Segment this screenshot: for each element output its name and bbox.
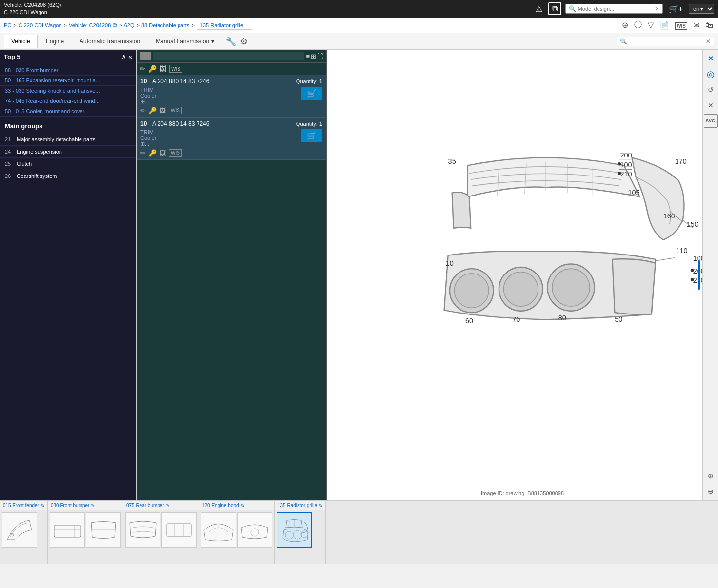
warning-icon[interactable]: ⚠ [534, 3, 544, 15]
thumb-img-075-1[interactable] [161, 512, 197, 548]
mail-btn[interactable]: ✉ [692, 20, 700, 31]
scroll-indicator [698, 260, 700, 290]
diagram-zoom-in-btn[interactable]: ⊕ [704, 469, 718, 483]
breadcrumb-wagon[interactable]: C 220 CDI Wagon [19, 22, 62, 28]
thumb-img-075-0[interactable] [125, 512, 160, 548]
part-key-1[interactable]: 🔑 [149, 149, 157, 157]
thumb-img-030-0[interactable] [50, 512, 85, 548]
group-item-26[interactable]: 26 Gearshift system [0, 170, 136, 182]
top5-item-1[interactable]: 50 - 165 Expansion reservoir, mount a... [0, 76, 136, 86]
part-wis-0[interactable]: WIS [169, 107, 182, 114]
top5-chevron-btn[interactable]: « [128, 53, 132, 60]
thumb-svg-030-1 [86, 513, 120, 547]
language-selector[interactable]: en ▾ de fr [689, 4, 714, 14]
cart-add-icon[interactable]: 🛒+ [667, 3, 685, 15]
group-item-25[interactable]: 25 Clutch [0, 158, 136, 170]
doc-btn[interactable]: 📄 [658, 20, 670, 31]
thumb-svg-030-0 [50, 513, 84, 547]
parts-pencil-btn[interactable]: ✏ [140, 65, 145, 73]
label-80: 80 [558, 314, 566, 322]
thumb-title-075[interactable]: 075 Rear bumper ✎ [123, 501, 199, 510]
breadcrumb-62q[interactable]: 62Q [124, 22, 135, 28]
clear-search-icon[interactable]: ✕ [655, 5, 659, 12]
tab-engine[interactable]: Engine [39, 35, 71, 48]
copy-vehicle-icon[interactable]: ⧉ [113, 22, 117, 29]
tab-search-input[interactable] [629, 39, 706, 44]
tab-vehicle[interactable]: Vehicle [4, 35, 38, 48]
part-item-0: 10 A 204 880 14 83 7246 Quantity: 1 TRIM… [137, 75, 326, 118]
label-200-top: 200 [620, 151, 632, 159]
part-wis-1[interactable]: WIS [169, 149, 182, 157]
thumb-images-135 [275, 510, 325, 564]
tab-manual[interactable]: Manual transmission ▾ [148, 35, 221, 48]
breadcrumb-radiator-dropdown[interactable]: 135 Radiator grille [197, 21, 252, 30]
tab-search-clear[interactable]: ✕ [706, 38, 711, 45]
top5-item-3[interactable]: 74 - 045 Rear-end door/rear-end wind... [0, 96, 136, 106]
thumb-img-015-0[interactable] [2, 512, 37, 548]
thumb-title-015[interactable]: 015 Front fender ✎ [0, 501, 47, 510]
copy-icon[interactable]: ⧉ [548, 2, 561, 15]
part-pencil-1[interactable]: ✏ [140, 149, 146, 157]
tab-automatic[interactable]: Automatic transmission [72, 35, 147, 48]
tab-tool-1[interactable]: 🔧 [225, 36, 236, 47]
group-item-21[interactable]: 21 Major assembly detachable parts [0, 134, 136, 146]
list-view-btn[interactable]: ≡ [306, 53, 310, 60]
thumb-title-120[interactable]: 120 Engine hood ✎ [199, 501, 274, 510]
model-search-input[interactable] [578, 6, 655, 12]
group-num-25: 25 [5, 161, 17, 167]
thumb-img-120-1[interactable] [237, 512, 272, 548]
diagram-refresh-btn[interactable]: ↺ [704, 83, 718, 97]
parts-title-input[interactable] [153, 52, 304, 60]
thumb-img-030-1[interactable] [86, 512, 121, 548]
group-item-24[interactable]: 24 Engine suspension [0, 146, 136, 158]
add-to-cart-0[interactable]: 🛒 [301, 87, 322, 100]
svg-line-10 [289, 521, 289, 527]
part-image-1[interactable]: 🖼 [160, 149, 166, 157]
info-btn[interactable]: ⓘ [633, 19, 643, 31]
shop-btn[interactable]: 🛍 [704, 20, 714, 31]
thumb-title-135[interactable]: 135 Radiator grille ✎ [275, 501, 325, 510]
filter-btn[interactable]: ▽ [647, 20, 655, 31]
zoom-in-btn[interactable]: ⊕ [621, 20, 629, 31]
top5-item-2[interactable]: 33 - 030 Steering knuckle and transve... [0, 86, 136, 96]
thumb-images-015 [0, 510, 47, 564]
diagram-zoom-out-btn[interactable]: ⊖ [704, 485, 718, 498]
svg-rect-6 [167, 524, 191, 536]
thumb-title-030[interactable]: 030 Front bumper ✎ [48, 501, 123, 510]
thumb-group-120: 120 Engine hood ✎ [199, 501, 275, 564]
dot-top1 [618, 162, 621, 165]
part-pencil-0[interactable]: ✏ [140, 107, 146, 114]
label-150: 150 [687, 220, 698, 228]
thumb-img-135-0[interactable] [277, 512, 312, 548]
part-image-0[interactable]: 🖼 [160, 107, 166, 114]
top5-controls: ∧ « [121, 53, 132, 60]
parts-wis-btn[interactable]: WIS [169, 65, 182, 73]
breadcrumb-sep5: > [191, 22, 194, 28]
top5-item-4[interactable]: 50 - 015 Cooler, mount and cover [0, 106, 136, 117]
part-key-0[interactable]: 🔑 [149, 107, 157, 114]
grid-view-btn[interactable]: ⊞ [311, 53, 316, 60]
tab-extra-tools: 🔧 ⚙ [225, 36, 248, 47]
add-to-cart-1[interactable]: 🛒 [301, 129, 322, 142]
diagram-svg-btn[interactable]: SVG [704, 114, 718, 128]
breadcrumb-vehicle[interactable]: Vehicle: C204208 [69, 22, 111, 28]
parts-tools: ✏ 🔑 🖼 WIS [137, 63, 326, 75]
tab-tool-2[interactable]: ⚙ [240, 36, 248, 47]
svg-rect-1 [54, 525, 81, 537]
thumb-img-120-0[interactable] [201, 512, 236, 548]
parts-image-btn[interactable]: 🖼 [160, 65, 166, 73]
breadcrumb-pc[interactable]: PC [4, 22, 11, 28]
diagram-x-btn[interactable]: ✕ [704, 98, 718, 112]
label-210-top: 210 [620, 170, 632, 178]
fullscreen-btn[interactable]: ⛶ [317, 53, 323, 60]
breadcrumb-detachable[interactable]: 88 Detachable parts [141, 22, 189, 28]
diagram-close-btn[interactable]: ✕ [704, 52, 718, 65]
top5-item-0[interactable]: 88 - 030 Front bumper [0, 65, 136, 76]
breadcrumb-sep1: > [13, 22, 16, 28]
wis-btn[interactable]: WIS [674, 20, 688, 31]
diagram-circle-btn[interactable]: ◎ [704, 67, 718, 81]
thumb-label-120: 120 Engine hood [202, 503, 239, 508]
top5-collapse-btn[interactable]: ∧ [121, 53, 126, 60]
main-groups-title: Main groups [0, 118, 136, 134]
parts-key-btn[interactable]: 🔑 [148, 65, 157, 73]
